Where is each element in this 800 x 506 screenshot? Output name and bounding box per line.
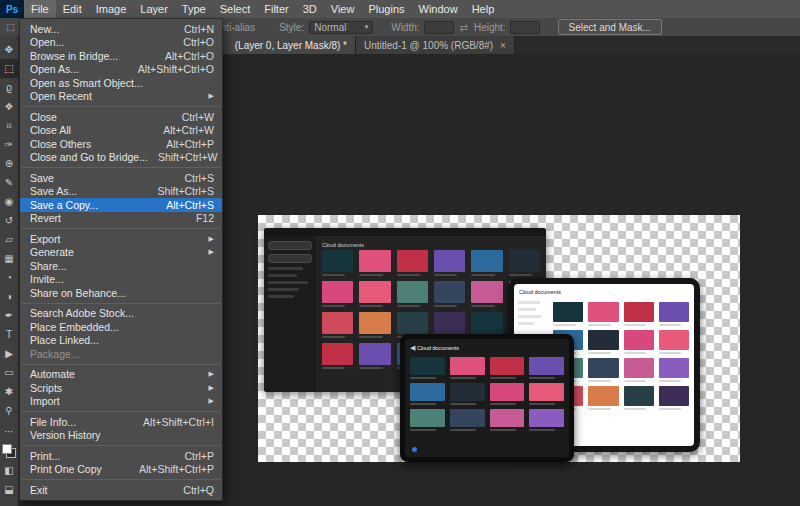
menubar-item-image[interactable]: Image bbox=[89, 0, 134, 18]
edit-toolbar[interactable]: ⋯ bbox=[0, 422, 19, 441]
file-menu-item-open-as[interactable]: Open As...Alt+Shift+Ctrl+O bbox=[20, 63, 222, 77]
quick-mask-mode-icon: ◧ bbox=[4, 465, 13, 476]
menu-item-label: Close All bbox=[30, 124, 71, 136]
healing-brush-tool-icon: ⊕ bbox=[5, 158, 13, 169]
menubar-item-plugins[interactable]: Plugins bbox=[361, 0, 411, 18]
file-menu-item-save[interactable]: SaveCtrl+S bbox=[20, 171, 222, 185]
foreground-background-swatches[interactable] bbox=[2, 444, 16, 458]
file-menu-item-revert[interactable]: RevertF12 bbox=[20, 212, 222, 226]
width-field[interactable] bbox=[424, 21, 454, 34]
eraser-tool[interactable]: ▱ bbox=[0, 230, 19, 249]
menu-item-label: Search Adobe Stock... bbox=[30, 307, 134, 319]
history-brush-tool[interactable]: ↺ bbox=[0, 211, 19, 230]
path-selection-tool[interactable]: ▶ bbox=[0, 344, 19, 363]
eyedropper-tool[interactable]: ✑ bbox=[0, 135, 19, 154]
file-menu-item-new[interactable]: New...Ctrl+N bbox=[20, 22, 222, 36]
link-dimensions-icon[interactable]: ⇄ bbox=[460, 22, 468, 33]
healing-brush-tool[interactable]: ⊕ bbox=[0, 154, 19, 173]
menu-item-shortcut: Ctrl+W bbox=[182, 111, 214, 123]
close-tab-icon[interactable]: × bbox=[500, 40, 506, 51]
file-menu-item-share-on-behance[interactable]: Share on Behance... bbox=[20, 286, 222, 300]
menu-item-label: Revert bbox=[30, 212, 61, 224]
file-menu-item-close-all[interactable]: Close AllAlt+Ctrl+W bbox=[20, 124, 222, 138]
file-menu-item-share[interactable]: Share... bbox=[20, 259, 222, 273]
file-menu-item-place-linked[interactable]: Place Linked... bbox=[20, 334, 222, 348]
screen-mode[interactable]: ⬓ bbox=[0, 480, 19, 499]
crop-tool[interactable]: ⌗ bbox=[0, 116, 19, 135]
document-tab-2[interactable]: Untitled-1 @ 100% (RGB/8#) × bbox=[356, 36, 515, 54]
file-menu-item-exit[interactable]: ExitCtrl+Q bbox=[20, 483, 222, 497]
move-tool[interactable]: ✥ bbox=[0, 40, 19, 59]
pen-tool[interactable]: ✒ bbox=[0, 306, 19, 325]
file-menu-item-close-and-go-to-bridge[interactable]: Close and Go to Bridge...Shift+Ctrl+W bbox=[20, 151, 222, 165]
menubar-item-window[interactable]: Window bbox=[412, 0, 465, 18]
menubar-item-edit[interactable]: Edit bbox=[56, 0, 89, 18]
zoom-tool-icon: ⚲ bbox=[5, 405, 12, 416]
height-field[interactable] bbox=[510, 21, 540, 34]
artwork-thumbnail bbox=[434, 250, 465, 276]
file-menu-item-browse-in-bridge[interactable]: Browse in Bridge...Alt+Ctrl+O bbox=[20, 49, 222, 63]
file-menu-item-generate[interactable]: Generate▶ bbox=[20, 246, 222, 260]
file-menu-item-search-adobe-stock[interactable]: Search Adobe Stock... bbox=[20, 307, 222, 321]
file-menu-item-print-one-copy[interactable]: Print One CopyAlt+Shift+Ctrl+P bbox=[20, 463, 222, 477]
menubar-items: FileEditImageLayerTypeSelectFilter3DView… bbox=[24, 0, 501, 18]
dodge-tool[interactable]: ◑ bbox=[0, 287, 19, 306]
artwork-thumbnail bbox=[322, 250, 353, 276]
artwork-thumbnail bbox=[397, 250, 428, 276]
file-menu-item-scripts[interactable]: Scripts▶ bbox=[20, 381, 222, 395]
menubar-item-type[interactable]: Type bbox=[175, 0, 213, 18]
zoom-tool[interactable]: ⚲ bbox=[0, 401, 19, 420]
menu-item-shortcut: Alt+Ctrl+P bbox=[166, 138, 214, 150]
lasso-tool[interactable]: ϱ bbox=[0, 78, 19, 97]
menu-item-label: Print... bbox=[30, 450, 60, 462]
file-menu-item-close[interactable]: CloseCtrl+W bbox=[20, 110, 222, 124]
file-menu-item-close-others[interactable]: Close OthersAlt+Ctrl+P bbox=[20, 137, 222, 151]
mockup-sidebar bbox=[264, 236, 316, 392]
menubar-item-select[interactable]: Select bbox=[213, 0, 258, 18]
menu-item-label: Generate bbox=[30, 246, 74, 258]
file-menu-item-save-as[interactable]: Save As...Shift+Ctrl+S bbox=[20, 185, 222, 199]
select-and-mask-button[interactable]: Select and Mask... bbox=[558, 19, 662, 35]
eraser-tool-icon: ▱ bbox=[5, 234, 13, 245]
file-menu-item-open[interactable]: Open...Ctrl+O bbox=[20, 36, 222, 50]
hand-tool[interactable]: ✱ bbox=[0, 382, 19, 401]
brush-tool[interactable]: ✎ bbox=[0, 173, 19, 192]
file-menu-item-file-info[interactable]: File Info...Alt+Shift+Ctrl+I bbox=[20, 415, 222, 429]
file-menu-item-save-a-copy[interactable]: Save a Copy...Alt+Ctrl+S bbox=[20, 198, 222, 212]
artwork-thumbnail bbox=[359, 250, 390, 276]
menubar-item-help[interactable]: Help bbox=[465, 0, 502, 18]
sidebar-nav-placeholder bbox=[268, 281, 308, 284]
submenu-arrow-icon: ▶ bbox=[209, 248, 214, 256]
file-menu-item-place-embedded[interactable]: Place Embedded... bbox=[20, 320, 222, 334]
menu-separator bbox=[21, 411, 221, 412]
style-dropdown[interactable]: Normal ▾ bbox=[309, 21, 373, 34]
menubar-item-3d[interactable]: 3D bbox=[296, 0, 324, 18]
submenu-arrow-icon: ▶ bbox=[209, 397, 214, 405]
rectangle-tool[interactable]: ▭ bbox=[0, 363, 19, 382]
artwork-thumbnail bbox=[490, 383, 525, 405]
file-menu-item-import[interactable]: Import▶ bbox=[20, 395, 222, 409]
gradient-tool[interactable]: ▦ bbox=[0, 249, 19, 268]
clone-stamp-tool[interactable]: ◉ bbox=[0, 192, 19, 211]
menu-separator bbox=[21, 445, 221, 446]
menu-item-label: Place Embedded... bbox=[30, 321, 119, 333]
quick-selection-tool[interactable]: ❖ bbox=[0, 97, 19, 116]
menubar-item-file[interactable]: File bbox=[24, 0, 56, 18]
rectangular-marquee-tool[interactable]: ⬚ bbox=[0, 59, 19, 78]
menubar-item-layer[interactable]: Layer bbox=[133, 0, 175, 18]
file-menu-item-open-as-smart-object[interactable]: Open as Smart Object... bbox=[20, 76, 222, 90]
file-menu-item-print[interactable]: Print...Ctrl+P bbox=[20, 449, 222, 463]
file-menu-item-invite[interactable]: Invite... bbox=[20, 273, 222, 287]
type-tool[interactable]: T bbox=[0, 325, 19, 344]
file-menu-item-version-history[interactable]: Version History bbox=[20, 429, 222, 443]
file-menu-item-automate[interactable]: Automate▶ bbox=[20, 368, 222, 382]
artwork-thumbnail bbox=[471, 281, 502, 307]
quick-mask-mode[interactable]: ◧ bbox=[0, 461, 19, 480]
blur-tool[interactable]: ◔ bbox=[0, 268, 19, 287]
menubar-item-filter[interactable]: Filter bbox=[257, 0, 295, 18]
file-menu-item-package: Package... bbox=[20, 347, 222, 361]
file-menu-item-open-recent[interactable]: Open Recent▶ bbox=[20, 90, 222, 104]
file-menu-item-export[interactable]: Export▶ bbox=[20, 232, 222, 246]
menubar-item-view[interactable]: View bbox=[324, 0, 362, 18]
menu-separator bbox=[21, 364, 221, 365]
